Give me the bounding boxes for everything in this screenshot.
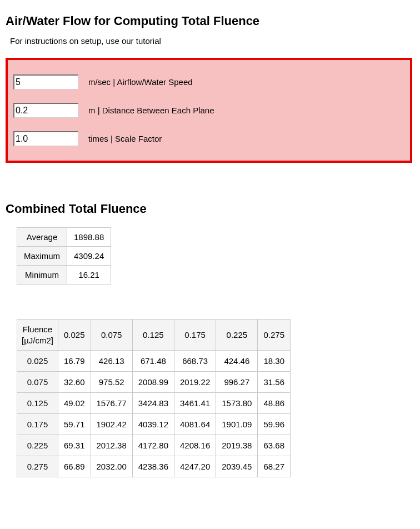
summary-value: 16.21 <box>67 266 111 285</box>
distance-input[interactable] <box>13 103 78 118</box>
table-row: Average1898.88 <box>17 228 111 247</box>
table-row: 0.12549.021576.773424.833461.411573.8048… <box>17 393 291 414</box>
data-cell: 32.60 <box>58 372 91 393</box>
section-title: Combined Total Fluence <box>6 202 414 216</box>
corner-header: Fluence[µJ/cm2] <box>17 320 58 351</box>
data-cell: 3424.83 <box>132 393 174 414</box>
data-cell: 4081.64 <box>174 414 216 435</box>
col-header: 0.125 <box>132 320 174 351</box>
summary-value: 4309.24 <box>67 247 111 266</box>
data-cell: 4238.36 <box>132 456 174 477</box>
table-row: 0.17559.711902.424039.124081.641901.0959… <box>17 414 291 435</box>
corner-l1: Fluence <box>23 325 52 334</box>
data-cell: 1573.80 <box>216 393 258 414</box>
table-row: Maximum4309.24 <box>17 247 111 266</box>
data-cell: 59.71 <box>58 414 91 435</box>
scale-row: times | Scale Factor <box>13 131 404 146</box>
data-cell: 18.30 <box>258 351 291 372</box>
row-header: 0.125 <box>17 393 58 414</box>
inputs-panel: m/sec | Airflow/Water Speed m | Distance… <box>6 58 412 163</box>
data-cell: 63.68 <box>258 435 291 456</box>
col-header: 0.275 <box>258 320 291 351</box>
summary-table-wrap: Average1898.88Maximum4309.24Minimum16.21 <box>17 227 414 285</box>
data-cell: 69.31 <box>58 435 91 456</box>
row-header: 0.175 <box>17 414 58 435</box>
summary-label: Minimum <box>17 266 67 285</box>
data-cell: 2012.38 <box>91 435 132 456</box>
data-cell: 671.48 <box>132 351 174 372</box>
data-cell: 975.52 <box>91 372 132 393</box>
data-cell: 49.02 <box>58 393 91 414</box>
data-cell: 66.89 <box>58 456 91 477</box>
row-header: 0.075 <box>17 372 58 393</box>
distance-label: m | Distance Between Each Plane <box>88 106 214 115</box>
summary-table: Average1898.88Maximum4309.24Minimum16.21 <box>17 227 111 285</box>
row-header: 0.225 <box>17 435 58 456</box>
scale-input[interactable] <box>13 131 78 146</box>
speed-input[interactable] <box>13 74 78 89</box>
col-header: 0.225 <box>216 320 258 351</box>
data-cell: 4208.16 <box>174 435 216 456</box>
data-cell: 2019.38 <box>216 435 258 456</box>
data-cell: 3461.41 <box>174 393 216 414</box>
data-cell: 426.13 <box>91 351 132 372</box>
summary-label: Maximum <box>17 247 67 266</box>
data-cell: 424.46 <box>216 351 258 372</box>
distance-row: m | Distance Between Each Plane <box>13 103 404 118</box>
summary-value: 1898.88 <box>67 228 111 247</box>
speed-row: m/sec | Airflow/Water Speed <box>13 74 404 89</box>
data-cell: 996.27 <box>216 372 258 393</box>
speed-label: m/sec | Airflow/Water Speed <box>88 77 193 87</box>
instruction-text: For instructions on setup, use our tutor… <box>10 36 414 46</box>
col-header: 0.025 <box>58 320 91 351</box>
table-row: 0.07532.60975.522008.992019.22996.2731.5… <box>17 372 291 393</box>
data-cell: 48.86 <box>258 393 291 414</box>
table-row: 0.22569.312012.384172.804208.162019.3863… <box>17 435 291 456</box>
data-cell: 1902.42 <box>91 414 132 435</box>
fluence-table: Fluence[µJ/cm2]0.0250.0750.1250.1750.225… <box>17 319 291 477</box>
data-cell: 1901.09 <box>216 414 258 435</box>
table-row: 0.02516.79426.13671.48668.73424.4618.30 <box>17 351 291 372</box>
data-cell: 4172.80 <box>132 435 174 456</box>
row-header: 0.025 <box>17 351 58 372</box>
table-row: Minimum16.21 <box>17 266 111 285</box>
row-header: 0.275 <box>17 456 58 477</box>
data-cell: 2032.00 <box>91 456 132 477</box>
data-cell: 2039.45 <box>216 456 258 477</box>
table-row: 0.27566.892032.004238.364247.202039.4568… <box>17 456 291 477</box>
corner-l2: [µJ/cm2] <box>22 336 53 345</box>
data-table-wrap: Fluence[µJ/cm2]0.0250.0750.1250.1750.225… <box>17 319 414 477</box>
data-cell: 2019.22 <box>174 372 216 393</box>
col-header: 0.175 <box>174 320 216 351</box>
page-title: Air/Water Flow for Computing Total Fluen… <box>6 14 414 28</box>
data-cell: 4039.12 <box>132 414 174 435</box>
data-cell: 1576.77 <box>91 393 132 414</box>
data-cell: 2008.99 <box>132 372 174 393</box>
summary-label: Average <box>17 228 67 247</box>
data-cell: 31.56 <box>258 372 291 393</box>
scale-label: times | Scale Factor <box>88 134 162 143</box>
data-cell: 16.79 <box>58 351 91 372</box>
data-cell: 668.73 <box>174 351 216 372</box>
col-header: 0.075 <box>91 320 132 351</box>
data-cell: 4247.20 <box>174 456 216 477</box>
data-cell: 59.96 <box>258 414 291 435</box>
data-cell: 68.27 <box>258 456 291 477</box>
